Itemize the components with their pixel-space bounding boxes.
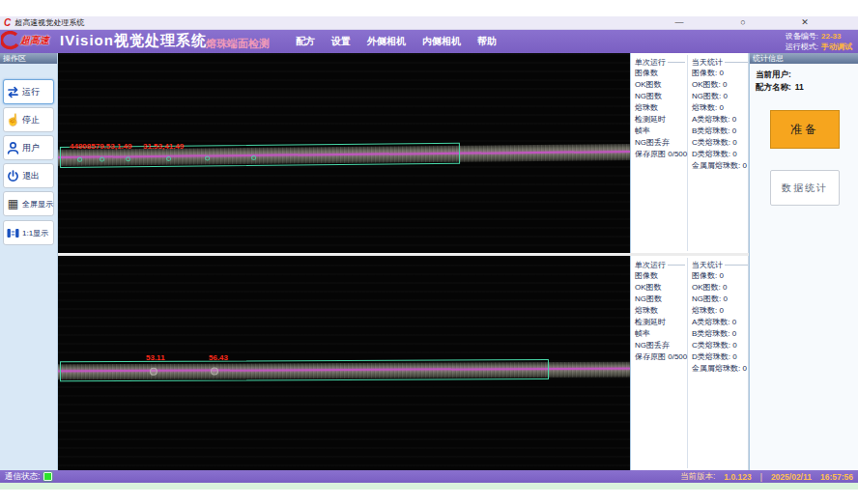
info-panel-title: 统计信息 [750,53,858,64]
app-title: IVision视觉处理系统 [60,32,207,50]
brand-logo-text: 超高速 [20,34,49,47]
stat-row: 帧率 [635,126,685,137]
fullscreen-grid-icon: ▦ [6,197,20,211]
defect-mark [205,155,210,160]
daily-stats-header: 当天统计 [692,56,748,68]
stat-row: 保存原图 0/500 [635,149,685,160]
measurement-annotation: 53.11 [146,353,165,362]
status-time: 16:57:56 [820,472,853,482]
exit-button[interactable]: 退出 [3,163,54,188]
main-menu: 配方 设置 外侧相机 内侧相机 帮助 [296,30,497,53]
stat-row: C类熔珠数: 0 [692,137,748,149]
roi-box [60,359,549,381]
stat-row: D类熔珠数: 0 [692,149,748,160]
user-button-label: 用户 [22,142,40,154]
outer-camera-viewport: 44908579.53,1.49 31.53,41.49 [58,53,630,253]
stat-row: 熔珠数: 0 [692,102,748,114]
stat-row: B类熔珠数: 0 [692,126,748,137]
stop-button-label: 停止 [22,114,40,126]
run-icon [6,85,20,99]
recipe-name-label: 配方名称: [756,82,791,92]
menu-recipe[interactable]: 配方 [296,35,315,48]
stat-row: 熔珠数 [635,305,685,317]
run-button[interactable]: 运行 [3,79,54,104]
stat-row: D类熔珠数: 0 [692,351,748,363]
stat-row: A类熔珠数: 0 [692,114,748,126]
user-button[interactable]: 用户 [3,135,54,160]
status-separator: | [760,472,762,482]
minimize-button[interactable]: — [663,15,696,30]
comm-status-indicator [43,472,52,481]
weld-bead-image [58,357,630,386]
device-info: 设备编号:22-33 运行模式:手动调试 [786,31,852,52]
stat-row: 熔珠数: 0 [692,305,748,317]
daily-stats-rows: 图像数: 0OK图数: 0NG图数: 0熔珠数: 0A类熔珠数: 0B类熔珠数:… [692,270,748,375]
stat-row: OK图数 [635,282,685,294]
stat-row: OK图数: 0 [692,282,748,294]
stat-row: 图像数 [635,270,685,282]
column-divider [687,55,688,251]
measurement-annotation: 31.53,41.49 [143,142,184,151]
column-divider [687,258,688,468]
one-to-one-icon [6,226,20,240]
stat-row: NG图数 [635,91,685,102]
app-subtitle: 熔珠端面检测 [206,37,270,51]
info-panel: 统计信息 当前用户: 配方名称:11 准备 数据统计 [749,53,858,470]
stat-row: NG图数: 0 [692,294,748,305]
app-window: C 超高速视觉处理系统 — ○ ✕ 超高速 IVision视觉处理系统 熔珠端面… [0,0,858,504]
stat-row: NG图丢弃 [635,137,685,149]
stat-row: NG图数 [635,294,685,305]
menu-settings[interactable]: 设置 [331,35,351,48]
measurement-annotation: 44908579.53,1.49 [70,142,132,151]
one-to-one-button[interactable]: 1:1显示 [3,220,54,245]
measurement-annotation: 56.43 [209,353,228,362]
version-label: 当前版本: [680,471,715,483]
version-value: 1.0.123 [724,472,751,482]
fullscreen-button[interactable]: ▦ 全屏显示 [3,191,54,216]
stat-row: OK图数: 0 [692,79,748,91]
run-button-label: 运行 [22,86,40,98]
stat-row: 图像数: 0 [692,270,748,282]
stat-row: C类熔珠数: 0 [692,340,748,351]
taskbar-strip [0,483,858,490]
fullscreen-button-label: 全屏显示 [22,199,53,210]
app-header: 超高速 IVision视觉处理系统 熔珠端面检测 配方 设置 外侧相机 内侧相机… [0,30,858,53]
defect-mark [150,368,157,376]
inner-camera-viewport: 53.11 56.43 [58,256,630,470]
stat-row: OK图数 [635,79,685,91]
stat-row: 检测延时 [635,114,685,126]
menu-outer-camera[interactable]: 外侧相机 [367,35,406,48]
device-no-label: 设备编号: [786,32,818,41]
stat-row: 检测延时 [635,317,685,328]
stop-hand-icon: ☝ [6,113,20,127]
stat-row: 图像数: 0 [692,68,748,79]
daily-stats-rows: 图像数: 0OK图数: 0NG图数: 0熔珠数: 0A类熔珠数: 0B类熔珠数:… [692,68,748,172]
stat-row: B类熔珠数: 0 [692,328,748,340]
maximize-button[interactable]: ○ [727,15,759,30]
stat-row: A类熔珠数: 0 [692,317,748,328]
menu-help[interactable]: 帮助 [477,35,497,48]
single-run-rows: 图像数OK图数NG图数熔珠数检测延时帧率NG图丢弃保存原图 0/500 [635,68,685,160]
stat-row: NG图数: 0 [692,91,748,102]
status-bar: 通信状态: 当前版本: 1.0.123 | 2025/02/11 16:57:5… [0,470,858,483]
stat-row: 金属屑熔珠数: 0 [692,363,748,375]
stat-row: NG图丢弃 [635,340,685,351]
prepare-button[interactable]: 准备 [770,110,840,149]
stop-button[interactable]: ☝ 停止 [3,107,54,132]
single-run-header: 单次运行 [635,259,685,270]
menu-inner-camera[interactable]: 内侧相机 [422,35,461,48]
defect-mark [100,157,104,162]
close-button[interactable]: ✕ [788,15,821,30]
stats-panel-top: 单次运行 图像数OK图数NG图数熔珠数检测延时帧率NG图丢弃保存原图 0/500… [630,53,749,253]
device-no-value: 22-33 [821,32,841,41]
stat-row: 金属屑熔珠数: 0 [692,160,748,172]
recipe-name-value: 11 [795,82,804,92]
app-logo-icon: C [4,18,11,28]
run-mode-value: 手动调试 [821,42,852,51]
stat-row: 图像数 [635,68,685,79]
single-run-header: 单次运行 [635,56,685,68]
stats-panel-bottom: 单次运行 图像数OK图数NG图数熔珠数检测延时帧率NG图丢弃保存原图 0/500… [630,256,749,470]
data-stats-button[interactable]: 数据统计 [770,170,840,206]
defect-mark [251,155,256,160]
operation-sidebar: 操作区 运行 ☝ 停止 用户 [0,53,58,470]
